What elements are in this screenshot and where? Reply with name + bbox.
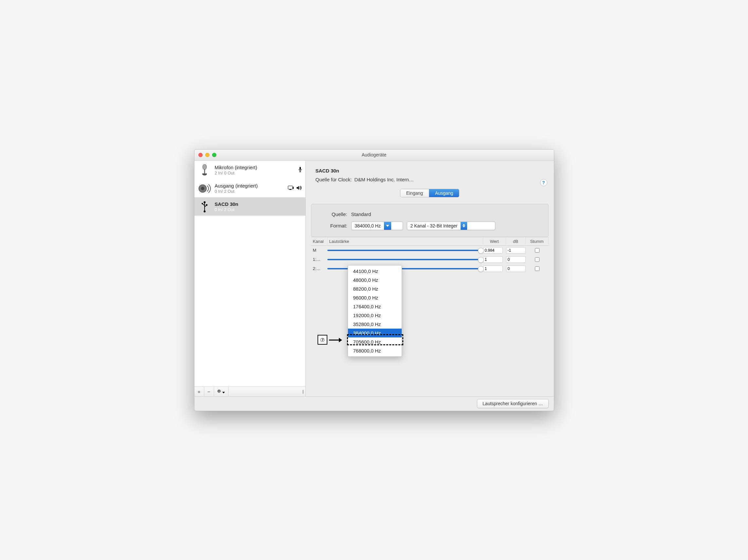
device-item-sacd30n[interactable]: SACD 30n 0 In/ 2 Out [194,197,305,216]
sample-rate-option[interactable]: 192000,0 Hz [348,311,402,320]
device-text: SACD 30n 0 In/ 2 Out [215,201,302,212]
sample-rate-option[interactable]: 768000,0 Hz [348,346,402,355]
channel-label: 2:… [311,266,327,271]
channel-format-dropdown[interactable]: 2 Kanal - 32-Bit Integer [407,221,495,230]
sample-rate-option[interactable]: 96000,0 Hz [348,293,402,302]
device-name: Ausgang (integriert) [215,183,284,188]
channel-label: 1:… [311,257,327,262]
sample-rate-option[interactable]: 705600,0 Hz [348,337,402,346]
callout-number: ⑦ [318,335,327,345]
sample-rate-option[interactable]: 88200,0 Hz [348,284,402,293]
device-text: Mikrofon (integriert) 2 In/ 0 Out [215,165,295,176]
mute-checkbox[interactable] [535,266,539,271]
sample-rate-option[interactable]: 352800,0 Hz [348,320,402,329]
db-input[interactable] [506,265,526,272]
microphone-icon [198,163,211,177]
sample-rate-menu[interactable]: 44100,0 Hz48000,0 Hz88200,0 Hz96000,0 Hz… [348,265,402,357]
mute-checkbox[interactable] [535,257,539,262]
sample-rate-option[interactable]: 48000,0 Hz [348,276,402,284]
default-output-icon [296,186,302,191]
svg-rect-1 [204,169,205,173]
table-header: Kanal Lautstärke Wert dB Stumm [311,237,548,246]
clock-row: Quelle für Clock: D&M Holdings Inc. Inte… [315,177,544,182]
gear-icon [217,389,221,394]
arrow-right-icon [328,335,343,345]
svg-point-16 [218,390,220,392]
svg-marker-27 [463,224,465,226]
svg-point-0 [203,164,207,169]
wert-input[interactable] [483,256,503,263]
svg-point-6 [201,187,204,190]
tab-output[interactable]: Ausgang [429,189,459,197]
channel-format-value: 2 Kanal - 32-Bit Integer [407,223,461,229]
main-header: SACD 30n Quelle für Clock: D&M Holdings … [306,161,554,187]
mute-checkbox[interactable] [535,248,539,253]
resize-handle[interactable]: ||| [302,389,303,394]
configure-speakers-button[interactable]: Lautsprecher konfigurieren … [477,399,548,408]
device-io: 2 In/ 0 Out [215,170,295,176]
channel-label: M [311,248,327,253]
source-label: Quelle: [318,211,347,217]
device-badges [288,186,302,191]
device-item-microphone[interactable]: Mikrofon (integriert) 2 In/ 0 Out [194,161,305,179]
svg-rect-15 [206,204,208,206]
usb-icon [198,200,211,214]
callout-annotation: ⑦ [318,335,343,345]
gear-menu-button[interactable] [214,387,229,396]
volume-slider[interactable] [327,250,481,251]
header-kanal: Kanal [311,237,327,246]
svg-marker-25 [222,392,225,393]
sample-rate-option[interactable]: 44100,0 Hz [348,267,402,276]
clock-label: Quelle für Clock: [315,177,352,182]
format-row: Format: 384000,0 Hz 2 Kanal - 32-Bit Int… [318,221,542,230]
titlebar[interactable]: Audiogeräte [194,149,554,161]
source-value: Standard [351,211,371,217]
device-name: SACD 30n [215,201,302,207]
chevron-down-icon [384,222,391,230]
svg-rect-2 [300,167,301,170]
remove-device-button[interactable]: − [204,387,214,396]
device-list: Mikrofon (integriert) 2 In/ 0 Out Aus [194,161,305,387]
device-io: 0 In/ 2 Out [215,207,302,212]
device-io: 0 In/ 2 Out [215,189,284,194]
table-row: M [311,246,548,255]
svg-marker-28 [463,226,465,228]
speaker-icon [198,182,211,195]
svg-marker-30 [339,338,342,342]
wert-input[interactable] [483,247,503,254]
device-text: Ausgang (integriert) 0 In/ 2 Out [215,183,284,194]
svg-rect-8 [289,189,291,190]
device-name: Mikrofon (integriert) [215,165,295,170]
tab-input[interactable]: Eingang [400,189,429,197]
table-row: 2:… [311,264,548,273]
sample-rate-option[interactable]: 384000,0 Hz [348,329,402,337]
svg-line-21 [218,390,218,390]
svg-rect-7 [288,186,293,189]
svg-point-14 [201,203,203,204]
svg-point-13 [204,210,206,212]
table-row: 1:… [311,255,548,264]
format-label: Format: [318,223,347,229]
help-button[interactable]: ? [540,179,547,186]
window-title: Audiogeräte [194,152,554,158]
window-footer: Lautsprecher konfigurieren … [194,396,554,411]
header-db: dB [506,237,526,246]
window-body: Mikrofon (integriert) 2 In/ 0 Out Aus [194,161,554,396]
chevron-down-icon [222,389,225,394]
add-device-button[interactable]: + [194,387,204,396]
stepper-icon [461,222,467,230]
sample-rate-dropdown[interactable]: 384000,0 Hz [351,221,403,230]
header-stumm: Stumm [526,237,548,246]
device-title: SACD 30n [315,168,544,173]
wert-input[interactable] [483,265,503,272]
device-badges [298,167,302,173]
sample-rate-option[interactable]: 176400,0 Hz [348,302,402,311]
volume-slider[interactable] [327,259,481,260]
device-item-output[interactable]: Ausgang (integriert) 0 In/ 2 Out [194,179,305,197]
db-input[interactable] [506,247,526,254]
default-input-icon [298,167,302,173]
format-panel: Quelle: Standard Format: 384000,0 Hz 2 K… [311,204,548,237]
sample-rate-value: 384000,0 Hz [352,223,384,229]
sidebar-footer: + − ||| [194,387,305,396]
db-input[interactable] [506,256,526,263]
